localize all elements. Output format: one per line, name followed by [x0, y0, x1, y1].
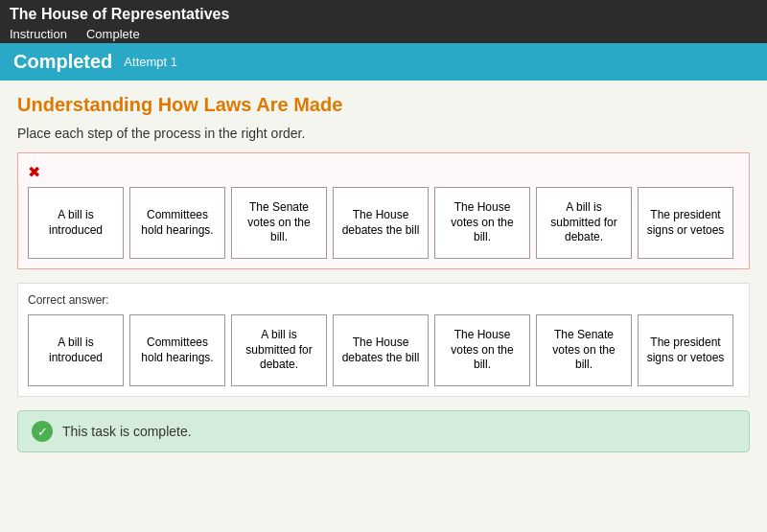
- instructions-text: Place each step of the process in the ri…: [17, 126, 750, 141]
- correct-card-5: The House votes on the bill.: [434, 314, 530, 386]
- check-icon: ✓: [32, 421, 53, 442]
- correct-answer-label: Correct answer:: [28, 293, 739, 307]
- error-icon: ✖: [28, 163, 739, 181]
- nav-complete[interactable]: Complete: [86, 27, 140, 41]
- user-card-3[interactable]: The Senate votes on the bill.: [231, 187, 327, 259]
- correct-card-4: The House debates the bill: [333, 314, 429, 386]
- user-card-2[interactable]: Committees hold hearings.: [129, 187, 225, 259]
- complete-text: This task is complete.: [62, 424, 192, 439]
- completed-label: Completed: [13, 51, 112, 73]
- complete-message: ✓ This task is complete.: [17, 410, 750, 452]
- user-card-7[interactable]: The president signs or vetoes: [638, 187, 733, 259]
- correct-card-2: Committees hold hearings.: [129, 314, 225, 386]
- attempt-label: Attempt 1: [124, 55, 177, 69]
- correct-card-7: The president signs or vetoes: [638, 314, 733, 386]
- correct-answer-cards: A bill is introduced Committees hold hea…: [28, 314, 739, 386]
- main-content: Understanding How Laws Are Made Place ea…: [0, 81, 767, 532]
- top-navigation: Instruction Complete: [10, 27, 757, 41]
- user-card-1[interactable]: A bill is introduced: [28, 187, 124, 259]
- user-card-4[interactable]: The House debates the bill: [333, 187, 429, 259]
- user-card-6[interactable]: A bill is submitted for debate.: [536, 187, 632, 259]
- completed-bar: Completed Attempt 1: [0, 43, 767, 81]
- page-title: The House of Representatives: [10, 6, 757, 23]
- correct-answer-section: Correct answer: A bill is introduced Com…: [17, 283, 750, 397]
- correct-card-1: A bill is introduced: [28, 314, 124, 386]
- correct-card-6: The Senate votes on the bill.: [536, 314, 632, 386]
- top-header: The House of Representatives Instruction…: [0, 0, 767, 43]
- user-card-5[interactable]: The House votes on the bill.: [434, 187, 530, 259]
- correct-card-3: A bill is submitted for debate.: [231, 314, 327, 386]
- user-answer-cards: A bill is introduced Committees hold hea…: [28, 187, 739, 259]
- question-title: Understanding How Laws Are Made: [17, 94, 750, 116]
- user-answer-box: ✖ A bill is introduced Committees hold h…: [17, 152, 750, 269]
- nav-instruction[interactable]: Instruction: [10, 27, 67, 41]
